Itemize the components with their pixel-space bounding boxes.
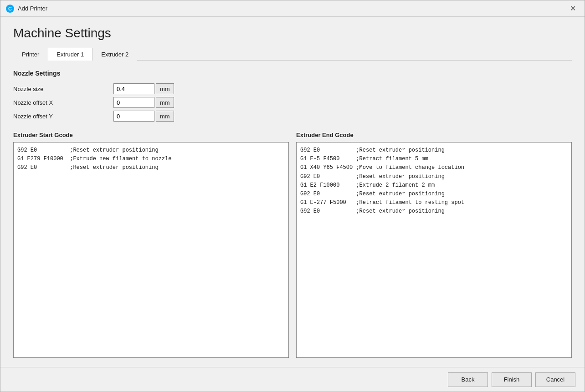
nozzle-offset-x-input[interactable] <box>113 97 154 108</box>
footer: Back Finish Cancel <box>0 367 585 392</box>
nozzle-offset-y-group: mm <box>113 111 572 122</box>
nozzle-fields: Nozzle size mm Nozzle offset X mm Nozzle… <box>13 83 572 122</box>
cancel-button[interactable]: Cancel <box>535 372 575 387</box>
start-gcode-label: Extruder Start Gcode <box>13 132 289 138</box>
close-button[interactable]: ✕ <box>566 2 579 15</box>
nozzle-size-input[interactable] <box>113 83 154 94</box>
nozzle-offset-y-input[interactable] <box>113 111 154 122</box>
main-window: C Add Printer ✕ Machine Settings Printer… <box>0 0 585 392</box>
tab-extruder2[interactable]: Extruder 2 <box>92 48 137 61</box>
nozzle-offset-y-unit: mm <box>156 111 174 122</box>
nozzle-settings-title: Nozzle Settings <box>13 70 572 77</box>
back-button[interactable]: Back <box>448 372 488 387</box>
window-title: Add Printer <box>18 5 47 12</box>
nozzle-offset-x-unit: mm <box>156 97 174 108</box>
nozzle-offset-x-group: mm <box>113 97 572 108</box>
nozzle-offset-x-label: Nozzle offset X <box>13 99 113 106</box>
nozzle-offset-y-label: Nozzle offset Y <box>13 113 113 120</box>
main-content: Machine Settings Printer Extruder 1 Extr… <box>0 17 585 367</box>
tab-extruder1[interactable]: Extruder 1 <box>48 48 92 61</box>
end-gcode-label: Extruder End Gcode <box>296 132 572 138</box>
title-bar: C Add Printer ✕ <box>0 0 585 17</box>
title-bar-left: C Add Printer <box>6 5 47 13</box>
gcode-panels: Extruder Start Gcode G92 E0 ;Reset extru… <box>13 132 572 358</box>
nozzle-size-unit: mm <box>156 83 174 94</box>
start-gcode-textarea[interactable]: G92 E0 ;Reset extruder positioning G1 E2… <box>13 142 289 358</box>
end-gcode-panel: Extruder End Gcode G92 E0 ;Reset extrude… <box>296 132 572 358</box>
page-title: Machine Settings <box>13 26 572 41</box>
nozzle-size-group: mm <box>113 83 572 94</box>
nozzle-size-label: Nozzle size <box>13 86 113 92</box>
tab-bar: Printer Extruder 1 Extruder 2 <box>13 48 572 61</box>
finish-button[interactable]: Finish <box>492 372 532 387</box>
end-gcode-textarea[interactable]: G92 E0 ;Reset extruder positioning G1 E-… <box>296 142 572 358</box>
app-icon: C <box>6 5 14 13</box>
nozzle-settings-section: Nozzle Settings Nozzle size mm Nozzle of… <box>13 70 572 132</box>
tab-printer[interactable]: Printer <box>13 48 48 61</box>
start-gcode-panel: Extruder Start Gcode G92 E0 ;Reset extru… <box>13 132 289 358</box>
